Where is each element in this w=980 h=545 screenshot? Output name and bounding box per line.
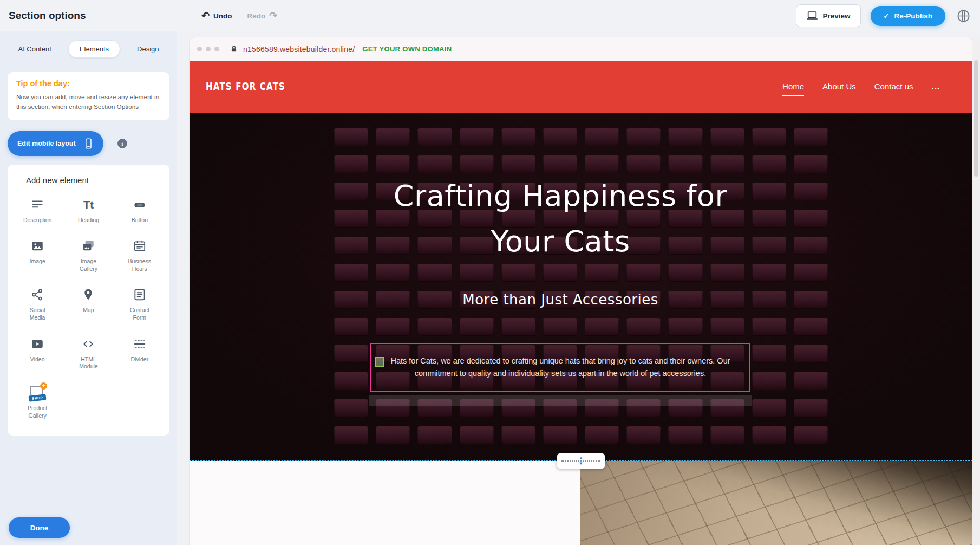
redo-label: Redo [247,12,266,20]
done-button[interactable]: Done [9,517,70,538]
edit-mobile-layout-button[interactable]: Edit mobile layout [8,131,103,156]
hero-tile [710,128,744,146]
tab-ai-content[interactable]: AI Content [14,41,55,57]
hero-tile [501,291,535,309]
nav-more[interactable]: ... [931,82,940,92]
tip-body: Now you can add, move and resize any ele… [16,92,161,112]
undo-label: Undo [213,12,232,20]
hero-tile [501,183,535,200]
hero-tile [794,318,828,336]
tab-design[interactable]: Design [133,41,163,57]
element-map[interactable]: Map [63,283,114,325]
product-gallery-icon: + SHOP [28,385,47,401]
hero-tile [334,399,368,417]
tip-card: Tip of the day: Now you can add, move an… [8,72,169,120]
hero-tile [417,264,452,282]
hero-tile [417,210,452,228]
site-url[interactable]: n1566589.websitebuilder.online/ [243,45,355,54]
hero-tile [334,318,368,336]
hero-tile [626,264,661,282]
element-contact-form[interactable]: Contact Form [114,283,165,325]
hero-tile [376,426,410,444]
hero-tile [710,183,744,200]
hero-tile [794,210,828,228]
republish-button[interactable]: ✓ Re-Publish [871,6,945,26]
workspace: n1566589.websitebuilder.online/ GET YOUR… [177,31,980,545]
hero-tile [752,210,786,228]
nav-about-us[interactable]: About Us [822,82,856,92]
hero-tile [710,264,744,282]
hero-tile [334,264,368,282]
shop-badge: SHOP [29,394,47,401]
hero-tile [752,372,786,390]
element-button[interactable]: Button [114,193,165,228]
element-video[interactable]: Video [12,333,63,374]
hero-tile [794,237,828,255]
globe-icon[interactable] [955,8,971,24]
hero-tile [543,426,577,444]
get-domain-link[interactable]: GET YOUR OWN DOMAIN [362,45,452,53]
phone-icon [83,137,94,150]
sidebar: AI Content Elements Design Tip of the da… [0,31,177,545]
hero-tile [417,426,452,444]
element-heading[interactable]: Tt Heading [63,193,114,228]
element-divider[interactable]: Divider [114,333,165,374]
site-logo[interactable]: HATS FOR CATS [206,81,285,93]
element-drag-handle[interactable] [375,357,384,367]
element-grid: Description Tt Heading Button Image Imag… [12,193,165,423]
hero-tile [752,155,786,173]
element-image[interactable]: Image [12,235,63,276]
hero-tile [334,237,368,255]
hero-tile [794,155,828,173]
hero-tile [585,426,619,444]
hero-tile [585,237,619,255]
hero-tile [460,183,494,200]
tip-title: Tip of the day: [16,79,161,88]
element-hover-highlight [369,395,752,406]
hero-tile [752,399,786,417]
element-business-hours[interactable]: Business Hours [114,235,165,276]
republish-label: Re-Publish [894,12,932,20]
hero-tile [752,318,786,336]
hero-tile [585,291,619,309]
element-social-media[interactable]: Social Media [12,283,63,325]
video-icon [30,336,44,352]
browser-bar: n1566589.websitebuilder.online/ GET YOUR… [190,37,972,61]
preview-button[interactable]: Preview [796,4,861,27]
tab-elements[interactable]: Elements [68,40,120,58]
sidebar-tabs: AI Content Elements Design [0,31,177,58]
hero-tile [460,237,494,255]
hero-tile [794,372,828,390]
arrow-down-icon: ▼ [579,462,583,466]
hero-tile [585,264,619,282]
element-product-gallery[interactable]: + SHOP Product Gallery [12,381,63,423]
hero-tile [334,426,368,444]
hero-paragraph[interactable]: Hats for Cats, we are dedicated to craft… [377,355,744,380]
hero-tile [710,291,744,309]
check-icon: ✓ [884,12,890,20]
hero-tile [626,237,661,255]
plus-badge-icon: + [40,382,47,390]
scrollbar-thumb[interactable] [974,60,978,177]
info-icon[interactable]: i [117,139,127,148]
preview-label: Preview [823,12,851,20]
hero-tile [710,155,744,173]
element-html-module[interactable]: HTML Module [63,333,114,374]
nav-home[interactable]: Home [782,82,804,92]
undo-button[interactable]: ↶ Undo [201,11,232,21]
element-image-gallery[interactable]: Image Gallery [63,235,114,276]
site-preview-window: n1566589.websitebuilder.online/ GET YOUR… [190,37,972,545]
element-description[interactable]: Description [12,193,63,228]
preview-scrollbar[interactable] [972,37,980,545]
hero-section[interactable]: Crafting Happiness for Your Cats More th… [190,113,972,461]
hero-tile [460,426,494,444]
selected-text-element[interactable]: Hats for Cats, we are dedicated to craft… [370,343,750,392]
hero-tile [626,155,661,173]
section-resize-handle[interactable]: ▲ ▼ [557,453,605,469]
hero-tile [543,237,577,255]
nav-contact-us[interactable]: Contact us [874,82,913,92]
site-header[interactable]: HATS FOR CATS Home About Us Contact us .… [190,61,972,113]
sidebar-footer: Done [0,501,177,545]
redo-button[interactable]: Redo ↷ [247,11,278,21]
hero-tile [794,264,828,282]
